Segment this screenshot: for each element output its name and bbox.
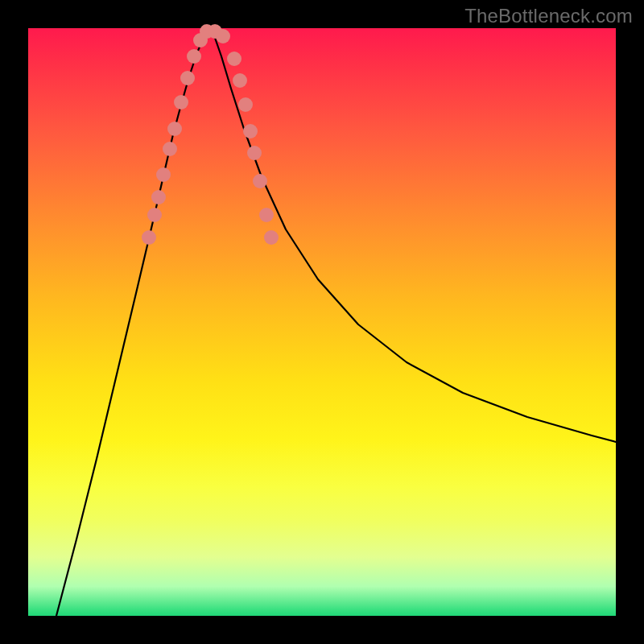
sample-dot xyxy=(238,97,253,112)
sample-dot xyxy=(147,208,162,222)
chart-frame: TheBottleneck.com xyxy=(0,0,644,644)
sample-dot xyxy=(243,124,258,138)
chart-plot-area xyxy=(28,28,616,616)
sample-dot xyxy=(227,52,242,66)
sample-dot xyxy=(259,208,274,222)
sample-dot xyxy=(174,95,188,109)
sample-dot xyxy=(167,122,182,136)
chart-svg xyxy=(28,28,616,616)
curve-left-arm xyxy=(56,30,209,616)
sample-dot xyxy=(253,174,267,188)
sample-dot xyxy=(142,230,156,245)
sample-dots xyxy=(142,24,279,245)
watermark-text: TheBottleneck.com xyxy=(464,5,633,27)
sample-dot xyxy=(151,190,166,204)
sample-dot xyxy=(233,73,247,88)
sample-dot xyxy=(187,49,201,64)
sample-dot xyxy=(156,167,171,182)
sample-dot xyxy=(163,142,177,156)
sample-dot xyxy=(216,29,230,43)
sample-dot xyxy=(264,230,279,245)
sample-dot xyxy=(247,146,262,160)
sample-dot xyxy=(180,71,195,85)
